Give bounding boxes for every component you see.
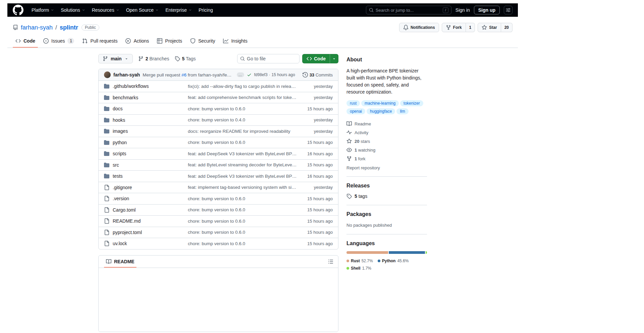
breadcrumb-owner-link[interactable]: farhan-syah bbox=[21, 24, 53, 31]
breadcrumb-repo-link[interactable]: splintr bbox=[60, 24, 78, 31]
sign-in-link[interactable]: Sign in bbox=[455, 7, 470, 13]
fork-button[interactable]: Fork bbox=[442, 23, 466, 32]
code-button[interactable]: Code bbox=[302, 54, 330, 63]
file-name-link[interactable]: python bbox=[113, 140, 127, 145]
avatar[interactable] bbox=[104, 71, 111, 78]
commit-history-link[interactable]: 33 Commits bbox=[303, 72, 333, 77]
language-legend-item[interactable]: Python 45.6% bbox=[378, 259, 409, 263]
star-button[interactable]: Star bbox=[478, 23, 501, 32]
file-commit-message-link[interactable]: chore: bump version to 0.6.0 bbox=[188, 230, 301, 235]
file-name-link[interactable]: README.md bbox=[113, 218, 141, 224]
forks-link[interactable]: 1 fork bbox=[346, 155, 427, 163]
checks-status[interactable] bbox=[247, 72, 252, 77]
tab-projects[interactable]: Projects bbox=[154, 35, 185, 47]
go-to-file-search[interactable] bbox=[237, 54, 300, 63]
file-commit-message-link[interactable]: chore: bump version to 0.6.0 bbox=[188, 196, 301, 201]
language-bar-segment[interactable] bbox=[346, 251, 388, 254]
issue-opened-icon bbox=[43, 38, 49, 44]
language-legend-item[interactable]: Rust 52.7% bbox=[346, 259, 373, 263]
language-bar-segment[interactable] bbox=[389, 251, 425, 254]
file-commit-message-link[interactable]: chore: bump version to 0.6.0 bbox=[188, 241, 301, 246]
language-percent: 45.6% bbox=[397, 259, 409, 263]
branches-link[interactable]: 2 Branches bbox=[138, 56, 169, 61]
file-commit-message-link[interactable]: chore: bump version to 0.6.0 bbox=[188, 106, 301, 111]
file-name-link[interactable]: benchmarks bbox=[113, 95, 138, 100]
file-commit-message-link[interactable]: feat: add ByteLevel streaming decoder fo… bbox=[188, 162, 301, 167]
nav-menu-item[interactable]: Platform bbox=[28, 5, 57, 15]
file-commit-message-link[interactable]: chore: bump version to 0.4.0 bbox=[188, 117, 301, 122]
readme-link[interactable]: Readme bbox=[346, 120, 427, 128]
activity-link[interactable]: Activity bbox=[346, 128, 427, 136]
file-name-link[interactable]: src bbox=[113, 162, 119, 168]
commit-sha-link[interactable]: fd98ef3 bbox=[254, 72, 268, 77]
file-name-link[interactable]: .github/workflows bbox=[113, 84, 149, 89]
file-name-link[interactable]: .version bbox=[113, 196, 129, 201]
tab-code[interactable]: Code bbox=[13, 35, 38, 47]
forks-text: 1 fork bbox=[355, 156, 366, 161]
topic-tag[interactable]: huggingface bbox=[367, 108, 395, 114]
github-logo[interactable] bbox=[13, 5, 23, 15]
commit-more-button[interactable]: … bbox=[237, 72, 244, 77]
fork-count[interactable]: 1 bbox=[466, 23, 475, 32]
pull-request-link[interactable]: #6 bbox=[181, 72, 186, 77]
topic-tag[interactable]: tokenizer bbox=[400, 100, 423, 106]
folder-icon bbox=[104, 84, 109, 89]
commit-author-link[interactable]: farhan-syah bbox=[113, 72, 140, 77]
tab-actions[interactable]: Actions bbox=[123, 35, 152, 47]
nav-menu-item[interactable]: Enterprise bbox=[162, 5, 195, 15]
fork-icon bbox=[346, 156, 352, 161]
file-name-link[interactable]: docs bbox=[113, 106, 123, 111]
file-name-link[interactable]: Cargo.toml bbox=[113, 207, 136, 213]
file-name-link[interactable]: images bbox=[113, 128, 128, 134]
code-caret-button[interactable] bbox=[330, 54, 338, 63]
tab-insights[interactable]: Insights bbox=[220, 35, 250, 47]
nav-menu-item[interactable]: Solutions bbox=[57, 5, 89, 15]
tab-issues[interactable]: Issues 1 bbox=[41, 35, 77, 48]
file-commit-message-link[interactable]: feat: add DeepSeek V3 tokenizer with Byt… bbox=[188, 151, 301, 156]
topic-tag[interactable]: openai bbox=[346, 108, 365, 114]
file-name-link[interactable]: uv.lock bbox=[113, 241, 127, 246]
file-commit-message-link[interactable]: feat: add DeepSeek V3 tokenizer with Byt… bbox=[188, 174, 301, 179]
folder-icon bbox=[104, 95, 109, 100]
file-commit-message-link[interactable]: chore: bump version to 0.6.0 bbox=[188, 140, 301, 145]
file-commit-message-link[interactable]: chore: bump version to 0.6.0 bbox=[188, 207, 301, 212]
file-commit-message-link[interactable]: docs: reorganize README for improved rea… bbox=[188, 129, 301, 134]
global-nav: Platform Solutions Resources Open Source bbox=[7, 3, 518, 17]
file-name-cell: images bbox=[104, 128, 188, 134]
notifications-button[interactable]: Notifications bbox=[399, 23, 439, 32]
nav-menu-item[interactable]: Pricing bbox=[195, 5, 216, 15]
file-commit-message-link[interactable]: chore: bump version to 0.6.0 bbox=[188, 219, 301, 224]
tab-security[interactable]: Security bbox=[187, 35, 218, 47]
nav-menu-item[interactable]: Open Source bbox=[123, 5, 162, 15]
star-count[interactable]: 20 bbox=[501, 23, 513, 32]
file-name-link[interactable]: hooks bbox=[113, 117, 125, 123]
go-to-file-input[interactable] bbox=[247, 56, 297, 61]
global-search-input[interactable] bbox=[376, 8, 441, 13]
nav-menu-item[interactable]: Resources bbox=[89, 5, 123, 15]
topic-tag[interactable]: rust bbox=[346, 100, 360, 106]
topic-tag[interactable]: llm bbox=[396, 108, 408, 114]
readme-tab[interactable]: README bbox=[104, 256, 137, 268]
sign-up-button[interactable]: Sign up bbox=[474, 6, 500, 14]
file-commit-message-link[interactable]: fix(ci): add --allow-dirty flag to cargo… bbox=[188, 84, 301, 89]
readme-outline-button[interactable] bbox=[326, 257, 335, 266]
language-bar-segment[interactable] bbox=[426, 251, 427, 254]
branch-selector[interactable]: main bbox=[98, 54, 133, 63]
stars-link[interactable]: 20 stars bbox=[346, 137, 427, 145]
global-search[interactable]: / bbox=[366, 6, 451, 14]
file-name-link[interactable]: tests bbox=[113, 173, 123, 179]
tags-link[interactable]: 5 Tags bbox=[175, 56, 196, 61]
watching-link[interactable]: 1 watching bbox=[346, 146, 427, 154]
report-repository-link[interactable]: Report repository bbox=[346, 163, 427, 170]
file-name-link[interactable]: scripts bbox=[113, 151, 126, 156]
file-name-link[interactable]: pyproject.toml bbox=[113, 230, 142, 235]
topic-tag[interactable]: machine-learning bbox=[361, 100, 399, 106]
tab-pull-requests[interactable]: Pull requests bbox=[79, 35, 120, 47]
language-legend-item[interactable]: Shell 1.7% bbox=[346, 266, 371, 271]
file-commit-message-link[interactable]: feat: add comprehensive benchmark script… bbox=[188, 95, 301, 100]
tags-count-link[interactable]: 5 tags bbox=[346, 193, 427, 199]
file-commit-message-link[interactable]: feat: implement tag-based versioning sys… bbox=[188, 185, 301, 190]
settings-sliders-button[interactable] bbox=[504, 6, 513, 14]
file-name-link[interactable]: .gitignore bbox=[113, 185, 132, 190]
visibility-badge: Public bbox=[82, 24, 99, 31]
